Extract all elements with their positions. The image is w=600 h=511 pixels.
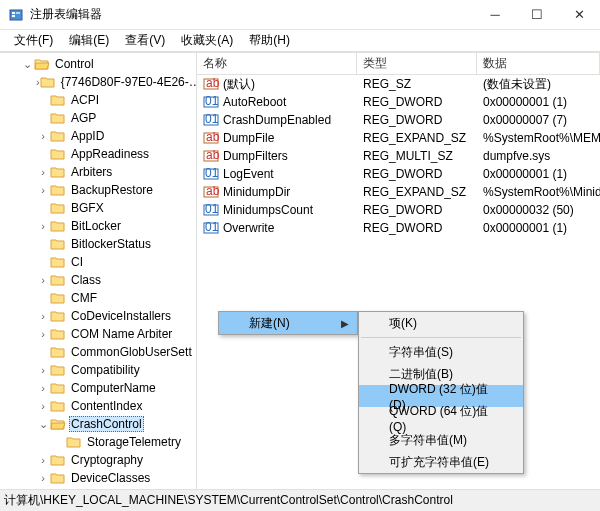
folder-icon	[40, 75, 56, 89]
ctx-item[interactable]: 字符串值(S)	[359, 341, 523, 363]
menu-favorites[interactable]: 收藏夹(A)	[173, 30, 241, 51]
value-row[interactable]: 011OverwriteREG_DWORD0x00000001 (1)	[197, 219, 600, 237]
list-header: 名称 类型 数据	[197, 53, 600, 75]
tree-node[interactable]: BitlockerStatus	[0, 235, 196, 253]
expand-toggle-icon[interactable]: ⌄	[20, 58, 34, 71]
folder-icon	[50, 327, 66, 341]
tree-node-label: Control	[53, 57, 96, 71]
expand-toggle-icon[interactable]: ›	[36, 472, 50, 484]
value-name: MinidumpDir	[223, 185, 290, 199]
expand-toggle-icon[interactable]: ›	[36, 220, 50, 232]
tree-node[interactable]: CommonGlobUserSett	[0, 343, 196, 361]
tree-node[interactable]: ›Class	[0, 271, 196, 289]
app-icon	[8, 7, 24, 23]
menu-edit[interactable]: 编辑(E)	[61, 30, 117, 51]
status-bar: 计算机\HKEY_LOCAL_MACHINE\SYSTEM\CurrentCon…	[0, 489, 600, 511]
value-row[interactable]: 011MinidumpsCountREG_DWORD0x00000032 (50…	[197, 201, 600, 219]
tree-node[interactable]: ›AppID	[0, 127, 196, 145]
svg-text:011: 011	[205, 202, 219, 216]
menu-view[interactable]: 查看(V)	[117, 30, 173, 51]
tree-node[interactable]: ⌄CrashControl	[0, 415, 196, 433]
menu-help[interactable]: 帮助(H)	[241, 30, 298, 51]
expand-toggle-icon[interactable]: ›	[36, 184, 50, 196]
value-name: MinidumpsCount	[223, 203, 313, 217]
value-name: DumpFilters	[223, 149, 288, 163]
ctx-item-label: 多字符串值(M)	[389, 432, 467, 449]
value-type-icon: ab	[203, 130, 219, 146]
tree-node-label: {7746D80F-97E0-4E26-…	[59, 75, 197, 89]
tree-node[interactable]: ›BackupRestore	[0, 181, 196, 199]
tree-node[interactable]: ›DeviceClasses	[0, 469, 196, 487]
value-type: REG_DWORD	[357, 113, 477, 127]
tree-node[interactable]: CMF	[0, 289, 196, 307]
value-row[interactable]: abDumpFileREG_EXPAND_SZ%SystemRoot%\MEM	[197, 129, 600, 147]
expand-toggle-icon[interactable]: ›	[36, 166, 50, 178]
folder-icon	[50, 219, 66, 233]
svg-rect-1	[12, 12, 15, 14]
tree-node[interactable]: ›ContentIndex	[0, 397, 196, 415]
menu-file[interactable]: 文件(F)	[6, 30, 61, 51]
ctx-item-label: 字符串值(S)	[389, 344, 453, 361]
tree-node-label: BackupRestore	[69, 183, 155, 197]
expand-toggle-icon[interactable]: ›	[36, 364, 50, 376]
tree-node[interactable]: ›Compatibility	[0, 361, 196, 379]
tree-node[interactable]: ›COM Name Arbiter	[0, 325, 196, 343]
folder-icon	[50, 237, 66, 251]
tree-node[interactable]: ›BitLocker	[0, 217, 196, 235]
tree-node[interactable]: ⌄Control	[0, 55, 196, 73]
key-tree[interactable]: ⌄Control›{7746D80F-97E0-4E26-…ACPIAGP›Ap…	[0, 53, 197, 489]
tree-node[interactable]: AppReadiness	[0, 145, 196, 163]
expand-toggle-icon[interactable]: ›	[36, 310, 50, 322]
expand-toggle-icon[interactable]: ›	[36, 274, 50, 286]
tree-node[interactable]: ACPI	[0, 91, 196, 109]
tree-node[interactable]: ›ComputerName	[0, 379, 196, 397]
tree-node[interactable]: ›Arbiters	[0, 163, 196, 181]
tree-node[interactable]: ›Cryptography	[0, 451, 196, 469]
minimize-button[interactable]: ─	[474, 0, 516, 30]
ctx-item-label: 项(K)	[389, 315, 417, 332]
value-type-icon: ab	[203, 184, 219, 200]
tree-node[interactable]: StorageTelemetry	[0, 433, 196, 451]
context-menu-new-submenu: 项(K)字符串值(S)二进制值(B)DWORD (32 位)值(D)QWORD …	[358, 311, 524, 474]
ctx-item[interactable]: QWORD (64 位)值(Q)	[359, 407, 523, 429]
tree-node-label: CI	[69, 255, 85, 269]
maximize-button[interactable]: ☐	[516, 0, 558, 30]
folder-icon	[50, 129, 66, 143]
col-data[interactable]: 数据	[477, 53, 600, 74]
expand-toggle-icon[interactable]: ›	[36, 400, 50, 412]
ctx-item[interactable]: 项(K)	[359, 312, 523, 334]
svg-text:ab: ab	[206, 148, 219, 162]
value-row[interactable]: ab(默认)REG_SZ(数值未设置)	[197, 75, 600, 93]
value-type: REG_DWORD	[357, 95, 477, 109]
value-row[interactable]: 011AutoRebootREG_DWORD0x00000001 (1)	[197, 93, 600, 111]
col-name[interactable]: 名称	[197, 53, 357, 74]
value-row[interactable]: 011CrashDumpEnabledREG_DWORD0x00000007 (…	[197, 111, 600, 129]
expand-toggle-icon[interactable]: ›	[36, 328, 50, 340]
ctx-new[interactable]: 新建(N) ▶	[219, 312, 357, 334]
value-row[interactable]: abDumpFiltersREG_MULTI_SZdumpfve.sys	[197, 147, 600, 165]
tree-node[interactable]: BGFX	[0, 199, 196, 217]
submenu-arrow-icon: ▶	[341, 318, 349, 329]
tree-node[interactable]: ›CoDeviceInstallers	[0, 307, 196, 325]
value-type: REG_EXPAND_SZ	[357, 131, 477, 145]
value-name: Overwrite	[223, 221, 274, 235]
value-row[interactable]: abMinidumpDirREG_EXPAND_SZ%SystemRoot%\M…	[197, 183, 600, 201]
tree-node[interactable]: CI	[0, 253, 196, 271]
expand-toggle-icon[interactable]: ›	[36, 130, 50, 142]
value-row[interactable]: 011LogEventREG_DWORD0x00000001 (1)	[197, 165, 600, 183]
ctx-item[interactable]: 可扩充字符串值(E)	[359, 451, 523, 473]
ctx-item-label: 可扩充字符串值(E)	[389, 454, 489, 471]
folder-icon	[50, 255, 66, 269]
svg-text:011: 011	[205, 220, 219, 234]
expand-toggle-icon[interactable]: ›	[36, 382, 50, 394]
tree-node-label: CMF	[69, 291, 99, 305]
close-button[interactable]: ✕	[558, 0, 600, 30]
value-data: 0x00000001 (1)	[477, 167, 600, 181]
expand-toggle-icon[interactable]: ›	[36, 454, 50, 466]
tree-node[interactable]: AGP	[0, 109, 196, 127]
svg-text:ab: ab	[206, 76, 219, 90]
ctx-item[interactable]: 多字符串值(M)	[359, 429, 523, 451]
col-type[interactable]: 类型	[357, 53, 477, 74]
tree-node[interactable]: ›{7746D80F-97E0-4E26-…	[0, 73, 196, 91]
expand-toggle-icon[interactable]: ⌄	[36, 418, 50, 431]
